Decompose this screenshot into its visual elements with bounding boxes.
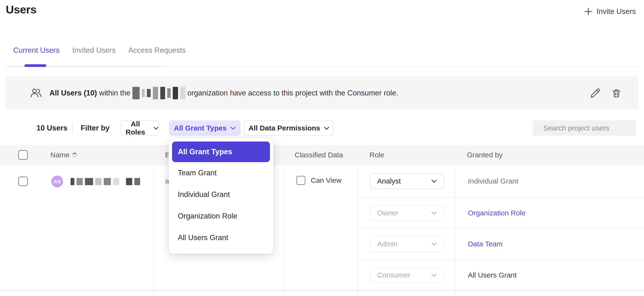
- page-title: Users: [6, 3, 36, 16]
- role-select-owner: Owner: [370, 205, 444, 221]
- menu-item-organization-role[interactable]: Organization Role: [172, 205, 270, 227]
- delete-icon: [611, 88, 622, 98]
- filter-toolbar: 10 Users Filter by All Roles All Grant T…: [0, 120, 644, 136]
- granted-by-all-users-grant: All Users Grant: [468, 267, 516, 283]
- menu-item-individual-grant[interactable]: Individual Grant: [172, 184, 270, 205]
- users-page: Users Invite Users Current Users Invited…: [0, 0, 644, 296]
- table-header: Name Email Classified Data Role Granted …: [0, 145, 644, 165]
- sub-row-divider: [358, 197, 644, 198]
- active-tab-indicator: [24, 64, 46, 67]
- sub-row-divider: [358, 228, 644, 228]
- all-data-permissions-label: All Data Permissions: [248, 124, 320, 132]
- delete-banner-button[interactable]: [611, 88, 622, 98]
- row-checkbox[interactable]: [18, 176, 28, 186]
- all-data-permissions-filter[interactable]: All Data Permissions: [244, 120, 334, 136]
- column-divider: [284, 165, 284, 296]
- avatar: AS: [51, 176, 63, 187]
- role-select-analyst[interactable]: Analyst: [370, 173, 444, 189]
- all-roles-filter[interactable]: All Roles: [120, 120, 159, 136]
- menu-item-all-grant-types[interactable]: All Grant Types: [172, 142, 270, 162]
- role-select-consumer: Consumer: [370, 267, 444, 283]
- chevron-down-icon: [432, 212, 437, 215]
- sub-row-divider: [358, 259, 644, 260]
- all-roles-label: All Roles: [121, 120, 150, 136]
- redacted-user-name: [70, 178, 140, 185]
- redacted-org-name: [132, 87, 186, 99]
- edit-banner-button[interactable]: [590, 88, 600, 98]
- column-header-granted-by: Granted by: [467, 145, 502, 165]
- banner-text-after: organization have access to this project…: [188, 89, 398, 98]
- plus-icon: [584, 7, 593, 16]
- user-count: 10 Users: [36, 120, 68, 136]
- granted-by-data-team-link[interactable]: Data Team: [468, 236, 503, 252]
- invite-users-label: Invite Users: [596, 7, 636, 16]
- sort-icon: [72, 152, 77, 158]
- menu-item-all-users-grant[interactable]: All Users Grant: [172, 227, 270, 248]
- chevron-down-icon: [154, 127, 158, 130]
- invite-users-button[interactable]: Invite Users: [584, 7, 636, 16]
- granted-by-organization-role-link[interactable]: Organization Role: [468, 205, 526, 221]
- all-grant-types-label: All Grant Types: [174, 124, 227, 132]
- column-divider: [358, 165, 358, 296]
- column-divider: [153, 165, 154, 296]
- chevron-down-icon: [230, 127, 236, 130]
- chevron-down-icon: [432, 180, 437, 183]
- classified-data-cell: Can View: [296, 176, 342, 185]
- chevron-down-icon: [432, 274, 437, 277]
- menu-item-team-grant[interactable]: Team Grant: [172, 162, 270, 184]
- banner-actions: [590, 88, 622, 98]
- granted-by-individual-grant: Individual Grant: [468, 173, 518, 189]
- all-grant-types-filter[interactable]: All Grant Types: [169, 120, 241, 136]
- row-divider: [0, 290, 644, 291]
- column-divider: [455, 165, 455, 296]
- all-users-banner: All Users (10) within theorganization ha…: [6, 76, 638, 110]
- edit-icon: [590, 88, 600, 98]
- select-all-checkbox[interactable]: [18, 150, 28, 160]
- tab-invited-users[interactable]: Invited Users: [72, 46, 116, 55]
- column-header-role: Role: [370, 145, 384, 165]
- can-view-label: Can View: [311, 176, 342, 184]
- filter-by-label: Filter by: [80, 120, 110, 136]
- column-header-classified: Classified Data: [295, 145, 343, 165]
- users-icon: [30, 88, 42, 98]
- banner-bold-text: All Users (10): [50, 89, 97, 98]
- chevron-down-icon: [324, 127, 329, 130]
- chevron-down-icon: [432, 242, 437, 246]
- table-row: [18, 176, 28, 186]
- search-box: [533, 120, 636, 136]
- tab-access-requests[interactable]: Access Requests: [128, 46, 186, 55]
- grant-types-dropdown-menu: All Grant Types Team Grant Individual Gr…: [169, 138, 273, 254]
- toolbar-divider: [72, 122, 73, 134]
- column-header-name[interactable]: Name: [50, 145, 77, 165]
- tab-bar: Current Users Invited Users Access Reque…: [13, 46, 186, 55]
- tab-current-users[interactable]: Current Users: [13, 46, 60, 55]
- banner-text-before: within the: [97, 89, 130, 98]
- search-input[interactable]: [543, 124, 636, 132]
- role-select-admin: Admin: [370, 236, 444, 252]
- banner-text: All Users (10) within theorganization ha…: [50, 87, 398, 99]
- can-view-checkbox[interactable]: [296, 176, 306, 185]
